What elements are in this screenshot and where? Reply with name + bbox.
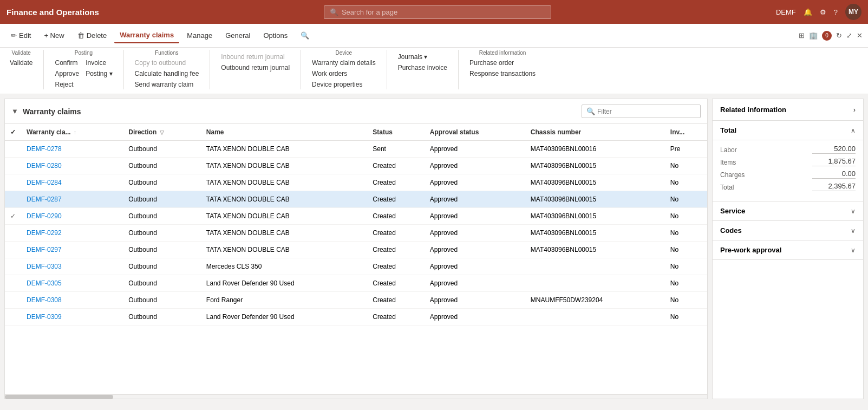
filter-input[interactable] [597, 108, 684, 115]
scrollbar-thumb[interactable] [5, 395, 113, 399]
table-row[interactable]: DEMF-0280OutboundTATA XENON DOUBLE CABCr… [5, 158, 707, 174]
calculate-handling-button[interactable]: Calculate handling fee [133, 69, 201, 79]
table-row[interactable]: DEMF-0278OutboundTATA XENON DOUBLE CABSe… [5, 141, 707, 158]
row-id[interactable]: DEMF-0290 [21, 208, 123, 225]
row-check[interactable] [5, 191, 21, 208]
grid-icon[interactable]: ⊞ [799, 31, 805, 40]
purchase-invoice-button[interactable]: Purchase invoice [396, 63, 449, 73]
expand-icon[interactable]: › [853, 106, 856, 114]
horizontal-scrollbar[interactable] [5, 394, 707, 399]
row-status: Created [367, 208, 424, 225]
ribbon-items-device: Warranty claim details Work orders Devic… [310, 58, 378, 89]
delete-button[interactable]: 🗑 Delete [72, 28, 113, 43]
row-inv: No [665, 292, 707, 309]
inbound-return-button[interactable]: Inbound return journal [219, 52, 292, 62]
row-id[interactable]: DEMF-0308 [21, 292, 123, 309]
validate-button[interactable]: Validate [8, 58, 35, 68]
posting-dropdown-button[interactable]: Posting ▾ [83, 69, 114, 79]
table-row[interactable]: DEMF-0309OutboundLand Rover Defender 90 … [5, 309, 707, 326]
row-id[interactable]: DEMF-0292 [21, 225, 123, 242]
close-icon[interactable]: ✕ [857, 31, 863, 40]
row-check[interactable] [5, 258, 21, 275]
table-row[interactable]: DEMF-0308OutboundFord RangerCreatedAppro… [5, 292, 707, 309]
tab-options[interactable]: Options [258, 28, 293, 43]
row-id[interactable]: DEMF-0287 [21, 191, 123, 208]
table-row[interactable]: DEMF-0303OutboundMercedes CLS 350Created… [5, 258, 707, 275]
outbound-return-button[interactable]: Outbound return journal [219, 63, 292, 73]
ribbon-col-journals: Journals ▾ Purchase invoice [396, 52, 449, 73]
table-row[interactable]: DEMF-0292OutboundTATA XENON DOUBLE CABCr… [5, 225, 707, 242]
reject-button[interactable]: Reject [53, 80, 81, 89]
tab-general[interactable]: General [220, 28, 256, 43]
row-status: Sent [367, 141, 424, 158]
codes-section-header[interactable]: Codes ∨ [713, 221, 863, 240]
row-check[interactable]: ✓ [5, 208, 21, 225]
help-icon[interactable]: ? [834, 8, 838, 16]
col-inv[interactable]: Inv... [665, 124, 707, 141]
ribbon-group-title-posting: Posting [53, 50, 114, 56]
prework-section-header[interactable]: Pre-work approval ∨ [713, 240, 863, 260]
row-check[interactable] [5, 275, 21, 292]
service-section-header[interactable]: Service ∨ [713, 201, 863, 221]
table-row[interactable]: DEMF-0305OutboundLand Rover Defender 90 … [5, 275, 707, 292]
row-check[interactable] [5, 225, 21, 242]
copy-outbound-button[interactable]: Copy to outbound [133, 58, 201, 68]
search-icon: 🔍 [330, 8, 338, 16]
row-id[interactable]: DEMF-0284 [21, 174, 123, 191]
row-id[interactable]: DEMF-0305 [21, 275, 123, 292]
search-input[interactable] [342, 8, 545, 16]
refresh-icon[interactable]: ↻ [836, 31, 842, 40]
edit-icon: ✏ [11, 31, 17, 40]
col-status[interactable]: Status [367, 124, 424, 141]
purchase-order-button[interactable]: Purchase order [467, 58, 538, 68]
resize-icon[interactable]: ⤢ [846, 31, 852, 40]
row-check[interactable] [5, 242, 21, 258]
col-chassis[interactable]: Chassis number [525, 124, 665, 141]
notification-icon[interactable]: 🔔 [804, 8, 812, 16]
table-row[interactable]: DEMF-0284OutboundTATA XENON DOUBLE CABCr… [5, 174, 707, 191]
col-direction[interactable]: Direction ▽ [123, 124, 201, 141]
table-row[interactable]: DEMF-0297OutboundTATA XENON DOUBLE CABCr… [5, 242, 707, 258]
top-bar-right: DEMF 🔔 ⚙ ? MY [776, 4, 862, 20]
warranty-claim-details-button[interactable]: Warranty claim details [310, 58, 378, 68]
row-id[interactable]: DEMF-0280 [21, 158, 123, 174]
tab-manage[interactable]: Manage [181, 28, 218, 43]
filter-funnel-icon[interactable]: ▼ [11, 107, 18, 115]
row-inv: No [665, 309, 707, 326]
confirm-button[interactable]: Confirm [53, 58, 81, 68]
device-properties-button[interactable]: Device properties [310, 80, 378, 89]
search-bar-icon[interactable]: 🔍 [295, 28, 315, 43]
office-icon[interactable]: 🏢 [809, 31, 818, 40]
journals-dropdown-button[interactable]: Journals ▾ [396, 52, 449, 62]
response-transactions-button[interactable]: Response transactions [467, 69, 538, 79]
row-check[interactable] [5, 141, 21, 158]
settings-icon[interactable]: ⚙ [820, 8, 826, 16]
table-row[interactable]: ✓DEMF-0290OutboundTATA XENON DOUBLE CABC… [5, 208, 707, 225]
row-id[interactable]: DEMF-0303 [21, 258, 123, 275]
row-approval: Approved [425, 309, 525, 326]
row-check[interactable] [5, 158, 21, 174]
new-button[interactable]: + New [38, 28, 69, 43]
tab-warranty-claims[interactable]: Warranty claims [114, 28, 179, 43]
row-id[interactable]: DEMF-0297 [21, 242, 123, 258]
ribbon-col-device: Warranty claim details Work orders Devic… [310, 58, 378, 89]
table-row[interactable]: DEMF-0287OutboundTATA XENON DOUBLE CABCr… [5, 191, 707, 208]
col-name[interactable]: Name [201, 124, 367, 141]
col-warranty-id[interactable]: Warranty cla... ↑ [21, 124, 123, 141]
send-warranty-button[interactable]: Send warranty claim [133, 80, 201, 89]
total-section-header[interactable]: Total ∧ [713, 121, 863, 140]
col-approval[interactable]: Approval status [425, 124, 525, 141]
edit-button[interactable]: ✏ Edit [5, 28, 36, 43]
row-check[interactable] [5, 174, 21, 191]
invoice-button[interactable]: Invoice [83, 58, 114, 68]
search-box[interactable]: 🔍 [324, 5, 551, 19]
avatar[interactable]: MY [845, 4, 862, 20]
row-id[interactable]: DEMF-0278 [21, 141, 123, 158]
approve-button[interactable]: Approve [53, 69, 81, 79]
work-orders-button[interactable]: Work orders [310, 69, 378, 79]
row-check[interactable] [5, 309, 21, 326]
ribbon-group-functions: Functions Copy to outbound Calculate han… [124, 50, 211, 89]
row-check[interactable] [5, 292, 21, 309]
row-name: TATA XENON DOUBLE CAB [201, 242, 367, 258]
row-id[interactable]: DEMF-0309 [21, 309, 123, 326]
